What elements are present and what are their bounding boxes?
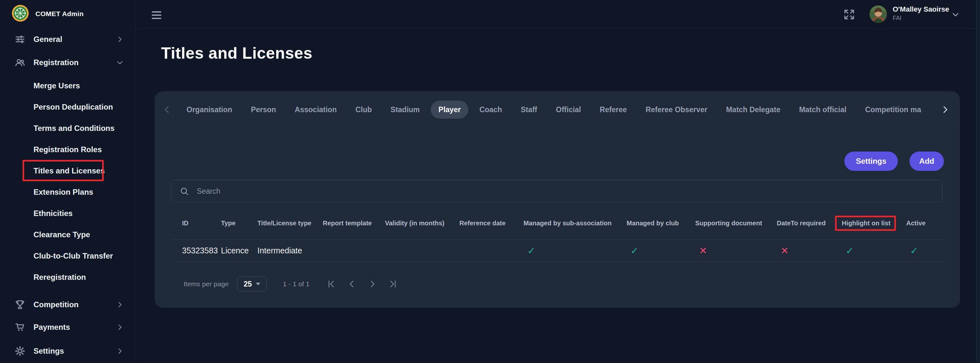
- sidebar-item-terms-and-conditions[interactable]: Terms and Conditions: [0, 119, 135, 137]
- sidebar-item-registration-roles[interactable]: Registration Roles: [0, 140, 135, 159]
- tab-player[interactable]: Player: [431, 100, 468, 119]
- add-button[interactable]: Add: [910, 151, 944, 171]
- sidebar-item-clearance-type[interactable]: Clearance Type: [0, 226, 135, 244]
- sidebar-item-payments[interactable]: Payments: [0, 318, 135, 336]
- sidebar-item-general[interactable]: General: [0, 30, 135, 48]
- tab-stadium[interactable]: Stadium: [383, 100, 428, 119]
- table-row[interactable]: 35323583 Licence Intermediate ✓ ✓ ✕ ✕ ✓ …: [171, 239, 944, 262]
- sidebar-item-extension-plans[interactable]: Extension Plans: [0, 183, 135, 201]
- entity-tabs: Organisation Person Association Club Sta…: [154, 91, 960, 128]
- app-name: COMET Admin: [35, 10, 84, 18]
- cell-id: 35323583: [171, 246, 221, 255]
- cell-dateto-required-cross-icon: ✕: [777, 245, 842, 256]
- sidebar-item-ethnicities[interactable]: Ethnicities: [0, 204, 135, 223]
- sidebar-item-label: Payments: [33, 323, 70, 332]
- tab-organisation[interactable]: Organisation: [179, 100, 240, 119]
- column-header-report-template: Report template: [323, 220, 385, 227]
- cell-active-check-icon: ✓: [906, 245, 944, 256]
- trophy-icon: [14, 299, 26, 310]
- chevron-right-icon: [116, 323, 124, 331]
- page-range-label: 1 - 1 of 1: [283, 280, 310, 288]
- tab-club[interactable]: Club: [348, 100, 380, 119]
- sidebar-item-club-to-club-transfer[interactable]: Club-to-Club Transfer: [0, 247, 135, 265]
- user-organisation: FAI: [893, 15, 949, 22]
- tab-person[interactable]: Person: [243, 100, 284, 119]
- last-page-icon[interactable]: [388, 279, 398, 289]
- sidebar-item-label: General: [33, 35, 62, 44]
- tabs-scroll-left-icon[interactable]: [160, 102, 174, 117]
- sidebar-item-competition[interactable]: Competition: [0, 296, 135, 314]
- fullscreen-icon[interactable]: [843, 8, 856, 21]
- tab-match-delegate[interactable]: Match Delegate: [718, 100, 788, 119]
- tab-official[interactable]: Official: [548, 100, 589, 119]
- sidebar-item-label: Competition: [33, 300, 79, 309]
- tabs-scroll-right-icon[interactable]: [938, 102, 952, 117]
- page-size-select[interactable]: 25: [237, 277, 267, 291]
- gear-icon: [14, 345, 26, 357]
- column-header-managed-by-sub-association: Managed by sub-association: [523, 220, 627, 227]
- next-page-icon[interactable]: [368, 279, 377, 289]
- tabs-strip: Organisation Person Association Club Sta…: [179, 100, 938, 119]
- tab-referee-observer[interactable]: Referee Observer: [638, 100, 715, 119]
- people-icon: [14, 57, 26, 68]
- column-header-id: ID: [171, 220, 221, 227]
- chevron-down-icon: [116, 59, 124, 67]
- tab-staff[interactable]: Staff: [513, 100, 545, 119]
- search-box: [171, 180, 943, 202]
- cell-supporting-document-cross-icon: ✕: [695, 245, 777, 256]
- sidebar-item-reregistration[interactable]: Reregistration: [0, 268, 135, 286]
- page-size-value: 25: [243, 280, 252, 288]
- previous-page-icon[interactable]: [347, 279, 356, 289]
- topbar: O'Malley Saoirse FAI: [136, 0, 980, 29]
- column-header-title-license-type: Title/License type: [258, 220, 323, 227]
- tab-association[interactable]: Association: [287, 100, 344, 119]
- tab-match-official[interactable]: Match official: [791, 100, 854, 119]
- search-icon: [180, 186, 189, 196]
- caret-down-icon: [256, 283, 260, 285]
- comet-admin-app: COMET Admin General: [0, 0, 980, 363]
- settings-button[interactable]: Settings: [844, 151, 898, 171]
- chevron-right-icon: [116, 347, 124, 355]
- scrollbar[interactable]: [976, 0, 980, 363]
- logo-row: COMET Admin: [11, 5, 84, 23]
- sidebar-item-titles-and-licenses[interactable]: Titles and Licenses: [0, 162, 135, 180]
- search-input[interactable]: [196, 187, 942, 196]
- tab-competition-manager[interactable]: Competition ma: [857, 100, 929, 119]
- table-header-row: ID Type Title/License type Report templa…: [171, 207, 944, 239]
- column-header-type: Type: [221, 220, 258, 227]
- paginator: Items per page 25 1 - 1 of 1: [154, 269, 960, 299]
- menu-icon[interactable]: [152, 10, 162, 20]
- chevron-down-icon[interactable]: [951, 10, 960, 19]
- first-page-icon[interactable]: [326, 279, 336, 289]
- column-header-active: Active: [906, 220, 944, 227]
- column-header-validity: Validity (in months): [385, 220, 460, 227]
- cell-managed-by-sub-association-check-icon: ✓: [523, 245, 627, 256]
- paginator-buttons: [326, 279, 398, 289]
- sliders-icon: [14, 33, 26, 45]
- sidebar-item-registration[interactable]: Registration: [0, 54, 135, 72]
- cell-managed-by-club-check-icon: ✓: [627, 245, 695, 256]
- sidebar-item-settings[interactable]: Settings: [0, 342, 135, 360]
- chevron-right-icon: [116, 35, 124, 43]
- items-per-page-label: Items per page: [184, 280, 229, 288]
- sidebar-item-label: Settings: [33, 347, 64, 356]
- user-menu[interactable]: O'Malley Saoirse FAI: [893, 5, 949, 22]
- actions-row: Settings Add: [154, 151, 960, 171]
- column-header-reference-date: Reference date: [460, 220, 523, 227]
- tab-referee[interactable]: Referee: [592, 100, 635, 119]
- comet-logo-icon: [11, 5, 29, 23]
- sidebar-item-merge-users[interactable]: Merge Users: [0, 77, 135, 95]
- tabs-divider: [174, 98, 174, 121]
- titles-licenses-card: Organisation Person Association Club Sta…: [154, 91, 960, 308]
- cell-type: Licence: [221, 246, 258, 255]
- cell-title-license-type: Intermediate: [258, 246, 323, 255]
- tab-coach[interactable]: Coach: [472, 100, 510, 119]
- avatar[interactable]: [870, 5, 887, 23]
- page-title: Titles and Licenses: [161, 44, 312, 62]
- column-header-dateto-required: DateTo required: [777, 220, 842, 227]
- column-header-highlight-on-list: Highlight on list: [842, 220, 906, 227]
- column-header-supporting-document: Supporting document: [695, 220, 777, 227]
- sidebar: COMET Admin General: [0, 0, 135, 363]
- cart-icon: [14, 322, 26, 333]
- sidebar-item-person-deduplication[interactable]: Person Deduplication: [0, 98, 135, 116]
